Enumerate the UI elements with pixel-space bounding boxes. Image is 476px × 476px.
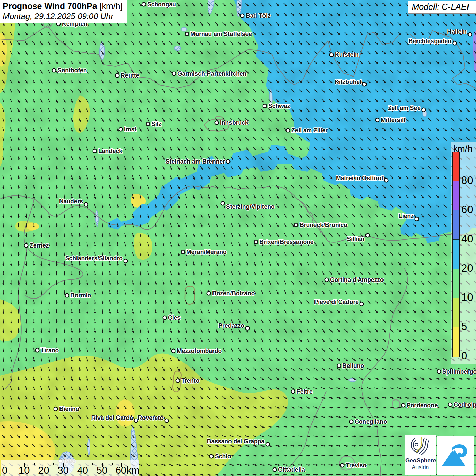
city-dot (325, 278, 329, 282)
city-label: Cles (168, 314, 181, 321)
legend-value-label: 40 (461, 233, 473, 245)
city-label: Reutte (121, 72, 139, 79)
legend-value-label: 20 (461, 262, 473, 274)
city-dot (54, 407, 58, 411)
city-label: Schongau (147, 1, 176, 8)
city-label: Bruneck/Brunico (300, 222, 347, 228)
city-dot (185, 32, 189, 36)
city-dot (330, 53, 334, 57)
city-dot (124, 259, 128, 263)
city-label: Sonthofen (57, 67, 87, 74)
city-label: Codroipo (454, 401, 476, 408)
city-label: Bozen/Bolzano (212, 290, 255, 297)
city-label: Kufstein (335, 51, 359, 58)
scale-label: 40 (77, 465, 88, 476)
geosphere-contour-icon (408, 436, 433, 457)
city-dot (52, 69, 56, 72)
legend-color-bar (452, 152, 460, 357)
city-dot (119, 128, 123, 131)
city-dot (263, 104, 267, 108)
city-label: Murnau am Staffelsee (190, 31, 252, 37)
city-label: Berchtesgaden (409, 38, 452, 45)
geosphere-logo-box: GeoSphere Austria (405, 435, 436, 475)
legend-segment (453, 210, 459, 240)
city-label: Riva del Garda (91, 414, 133, 421)
scale-label: 0 (2, 465, 7, 476)
city-dot (142, 3, 146, 6)
map-title-box: Prognose Wind 700hPa [km/h] Montag, 29.1… (0, 0, 127, 23)
city-label: Treviso (346, 462, 367, 469)
city-label: Zernez (30, 242, 49, 249)
city-dot (207, 292, 211, 295)
legend-segment (453, 269, 459, 298)
brand-region-name: Austria (405, 464, 436, 471)
city-dot (422, 108, 426, 112)
city-label: Predazzo (218, 322, 244, 329)
city-dot (350, 420, 353, 424)
map-scale-bar: 0102030405060km (1, 460, 139, 476)
city-label: Mezzolombardo (177, 347, 222, 354)
city-dot (84, 203, 88, 206)
city-label: Zell am Ziller (291, 127, 328, 134)
model-label-box: Modell: C-LAEF (408, 1, 476, 14)
city-label: Garmisch-Partenkirchen (177, 70, 247, 77)
city-label: Rovereto (138, 414, 164, 421)
city-label: Conegliano (355, 418, 387, 425)
city-label: Schlanders/Silandro (65, 255, 123, 262)
city-dot (266, 443, 270, 446)
scale-label: 60km (116, 465, 140, 476)
city-dot (341, 464, 344, 468)
city-dot (415, 217, 419, 221)
city-label: Pordenone (407, 402, 438, 409)
city-dot (402, 404, 405, 407)
city-label: Mittersill (381, 117, 405, 123)
mountain-icon (440, 440, 471, 471)
city-label: Zell am See (388, 105, 421, 112)
city-dot (134, 419, 138, 423)
legend-value-label: 60 (461, 204, 473, 216)
city-label: Bienno (59, 406, 79, 412)
city-dot (366, 234, 370, 237)
city-dot (376, 118, 379, 122)
scale-tick-minor (92, 463, 93, 465)
city-dot (36, 348, 39, 352)
city-dot (453, 41, 457, 45)
city-label: Feltre (296, 388, 313, 395)
city-label: Pieve di Cadore (314, 299, 359, 305)
city-dot (215, 121, 219, 125)
city-dot (468, 33, 472, 36)
city-label: Hallein (447, 28, 467, 35)
city-label: Nauders (59, 198, 83, 205)
scale-label: 30 (57, 465, 68, 476)
city-dot (291, 390, 295, 394)
city-label: Landeck (98, 148, 122, 154)
city-label: Bassano del Grappa (207, 438, 265, 445)
city-label: Silz (151, 121, 162, 128)
mountain-logo-box (437, 436, 474, 475)
city-dot (337, 364, 341, 368)
city-label: Kitzbühel (335, 79, 361, 85)
scale-label: 20 (38, 465, 49, 476)
map-title: Prognose Wind 700hPa [km/h] (3, 1, 123, 11)
city-dot (24, 244, 28, 248)
city-label: Imst (124, 126, 136, 133)
city-dot (254, 240, 258, 244)
city-label: Lienz (398, 213, 414, 219)
city-dot (360, 302, 364, 306)
city-dot (221, 202, 225, 205)
city-label: Spilimbergo (442, 368, 476, 375)
city-dot (116, 74, 119, 78)
legend-segment (453, 152, 459, 181)
city-dot (181, 250, 185, 254)
city-label: Sillian (347, 236, 364, 242)
legend-segment (453, 240, 459, 269)
city-label: Sterzing/Vipiteno (226, 203, 275, 210)
city-label: Bad Tölz (246, 12, 271, 19)
weather-map-canvas: Iseo SchongauBad TölzKemptenMurnau am St… (0, 0, 476, 476)
city-dot (146, 122, 150, 126)
city-dot (172, 72, 176, 76)
city-label: Matrei in Osttirol (336, 175, 383, 182)
city-dot (93, 149, 97, 153)
legend-segment (453, 327, 459, 357)
scale-tick-minor (34, 463, 35, 465)
